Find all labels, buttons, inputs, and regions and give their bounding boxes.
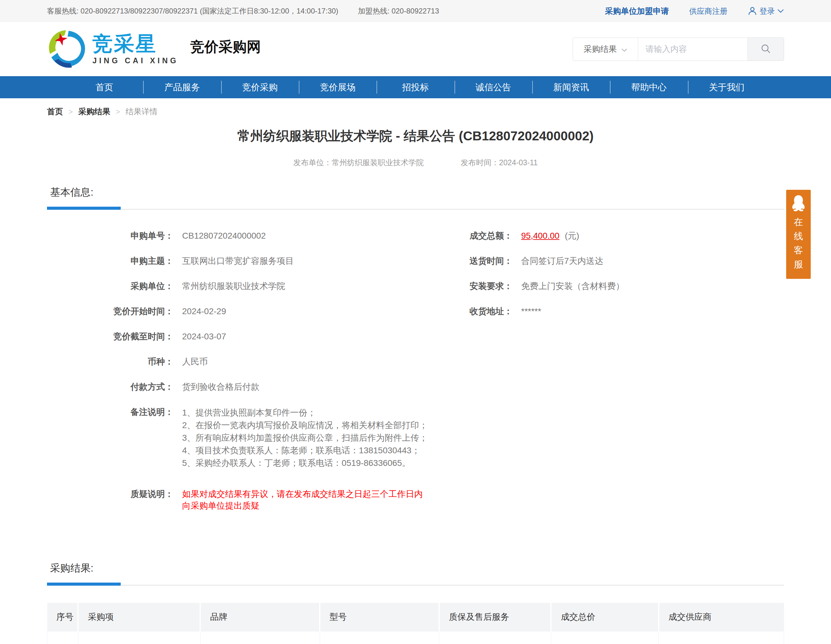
nav-item-home[interactable]: 首页 xyxy=(65,76,143,98)
section-rule xyxy=(47,207,784,210)
info-row-currency: 币种： 人民币 xyxy=(47,356,431,368)
nav-item-bidding[interactable]: 竞价采购 xyxy=(221,76,299,98)
col-supplier: 成交供应商 xyxy=(659,603,784,631)
search-input[interactable] xyxy=(638,38,747,61)
results-heading: 采购结果: xyxy=(50,561,784,575)
breadcrumb-home[interactable]: 首页 xyxy=(47,106,63,117)
remark-line: 5、采购经办联系人：丁老师；联系电话：0519-86336065。 xyxy=(182,457,428,469)
site-logo[interactable]: 竞采星 JING CAI XING 竞价采购网 xyxy=(47,29,261,69)
online-service-label: 在线客服 xyxy=(794,215,803,271)
nav-item-exhibition[interactable]: 竞价展场 xyxy=(299,76,376,98)
cell-seq: 1 xyxy=(47,631,78,644)
remark-line: 3、所有响应材料均加盖报价供应商公章，扫描后作为附件上传； xyxy=(182,432,428,444)
chevron-right-icon: > xyxy=(116,107,120,116)
cell-item: 互联网出口带宽扩容服务项目 xyxy=(78,631,200,644)
publisher: 发布单位：常州纺织服装职业技术学院 xyxy=(293,158,424,168)
search-icon xyxy=(761,44,771,55)
results-table: 序号 采购项 品牌 型号 质保及售后服务 成交总价 成交供应商 1 互联网出口带… xyxy=(47,603,784,644)
nav-item-about[interactable]: 关于我们 xyxy=(688,76,766,98)
col-warranty: 质保及售后服务 xyxy=(439,603,551,631)
search-bar: 采购结果 xyxy=(573,37,784,61)
qq-penguin-icon xyxy=(786,195,811,211)
topbar: 客服热线: 020-80922713/80922307/80922371 (国家… xyxy=(0,0,831,22)
cell-model: 常规 xyxy=(320,631,439,644)
info-row-end-time: 竞价截至时间： 2024-03-07 xyxy=(47,331,431,343)
remark-line: 1、提供营业执照副本复印件一份； xyxy=(182,406,428,419)
remark-line: 2、在报价一览表内填写报价及响应情况，将相关材料全部打印； xyxy=(182,419,428,432)
total-amount-link[interactable]: 95,400.00 xyxy=(521,231,560,241)
supplier-register-link[interactable]: 供应商注册 xyxy=(689,6,728,16)
col-brand: 品牌 xyxy=(200,603,320,631)
col-seq: 序号 xyxy=(47,603,78,631)
table-header-row: 序号 采购项 品牌 型号 质保及售后服务 成交总价 成交供应商 xyxy=(47,603,784,631)
section-rule xyxy=(47,583,784,586)
breadcrumb: 首页 > 采购结果 > 结果详情 xyxy=(47,106,784,117)
nav-item-news[interactable]: 新闻资讯 xyxy=(532,76,610,98)
info-row-address: 收货地址： ****** xyxy=(431,306,784,317)
page-meta: 发布单位：常州纺织服装职业技术学院 发布时间：2024-03-11 xyxy=(0,158,831,168)
chevron-down-icon xyxy=(621,45,627,54)
amount-unit: (元) xyxy=(565,231,579,241)
info-row-remarks: 备注说明： 1、提供营业执照副本复印件一份； 2、在报价一览表内填写报价及响应情… xyxy=(47,406,431,469)
remark-line: 4、项目技术负责联系人：陈老师；联系电话：13815030443； xyxy=(182,444,428,457)
info-row-dispute: 质疑说明： 如果对成交结果有异议，请在发布成交结果之日起三个工作日内向采购单位提… xyxy=(47,488,431,512)
user-icon xyxy=(748,6,757,16)
page-title: 常州纺织服装职业技术学院 - 结果公告 (CB128072024000002) xyxy=(0,128,831,145)
login-link[interactable]: 登录 xyxy=(748,6,784,16)
join-hotline: 加盟热线: 020-80922713 xyxy=(358,6,439,16)
site-header: 竞采星 JING CAI XING 竞价采购网 采购结果 xyxy=(0,22,831,76)
search-category-select[interactable]: 采购结果 xyxy=(573,38,638,61)
online-service-tab[interactable]: 在线客服 xyxy=(786,190,811,279)
chevron-right-icon: > xyxy=(68,107,73,116)
service-hotline: 客服热线: 020-80922713/80922307/80922371 (国家… xyxy=(47,6,338,16)
info-row-purchaser: 采购单位： 常州纺织服装职业技术学院 xyxy=(47,281,431,292)
login-label: 登录 xyxy=(759,6,775,16)
cell-supplier: 中国电信股份有限公司常州分公司 xyxy=(659,631,784,644)
logo-swirl-icon xyxy=(47,29,88,69)
info-row-delivery-time: 送货时间： 合同签订后7天内送达 xyxy=(431,255,784,267)
dispute-warning-text: 如果对成交结果有异议，请在发布成交结果之日起三个工作日内向采购单位提出质疑 xyxy=(182,488,431,512)
search-category-value: 采购结果 xyxy=(584,44,617,55)
logo-cn-text: 竞采星 xyxy=(92,33,178,54)
basic-info-heading: 基本信息: xyxy=(50,185,784,199)
breadcrumb-current: 结果详情 xyxy=(126,106,158,117)
col-model: 型号 xyxy=(320,603,439,631)
info-row-total-amount: 成交总额： 95,400.00 (元) xyxy=(431,230,784,242)
cell-brand: 常规 xyxy=(200,631,320,644)
table-row: 1 互联网出口带宽扩容服务项目 常规 常规 按行业标准提供服务 95,400.0… xyxy=(47,631,784,644)
col-total: 成交总价 xyxy=(551,603,658,631)
publish-time: 发布时间：2024-03-11 xyxy=(461,158,538,168)
nav-item-help[interactable]: 帮助中心 xyxy=(610,76,688,98)
info-row-order-no: 申购单号： CB128072024000002 xyxy=(47,230,431,242)
nav-item-tenders[interactable]: 招投标 xyxy=(376,76,454,98)
info-row-install: 安装要求： 免费上门安装（含材料费） xyxy=(431,281,784,292)
site-name: 竞价采购网 xyxy=(190,37,261,56)
buyer-join-link[interactable]: 采购单位加盟申请 xyxy=(605,6,669,17)
search-button[interactable] xyxy=(747,38,784,61)
basic-info-grid: 申购单号： CB128072024000002 申购主题： 互联网出口带宽扩容服… xyxy=(47,230,784,525)
info-row-start-time: 竞价开始时间： 2024-02-29 xyxy=(47,306,431,317)
info-row-payment: 付款方式： 货到验收合格后付款 xyxy=(47,381,431,393)
nav-item-products[interactable]: 产品服务 xyxy=(143,76,221,98)
col-item: 采购项 xyxy=(78,603,200,631)
logo-en-text: JING CAI XING xyxy=(92,56,178,65)
cell-total: 95,400.00 xyxy=(551,631,658,644)
main-nav: 首页 产品服务 竞价采购 竞价展场 招投标 诚信公告 新闻资讯 帮助中心 关于我… xyxy=(0,76,831,98)
chevron-down-icon xyxy=(777,9,784,13)
info-row-subject: 申购主题： 互联网出口带宽扩容服务项目 xyxy=(47,255,431,267)
nav-item-integrity[interactable]: 诚信公告 xyxy=(455,76,532,98)
breadcrumb-results[interactable]: 采购结果 xyxy=(78,106,110,117)
cell-warranty: 按行业标准提供服务 xyxy=(439,631,551,644)
